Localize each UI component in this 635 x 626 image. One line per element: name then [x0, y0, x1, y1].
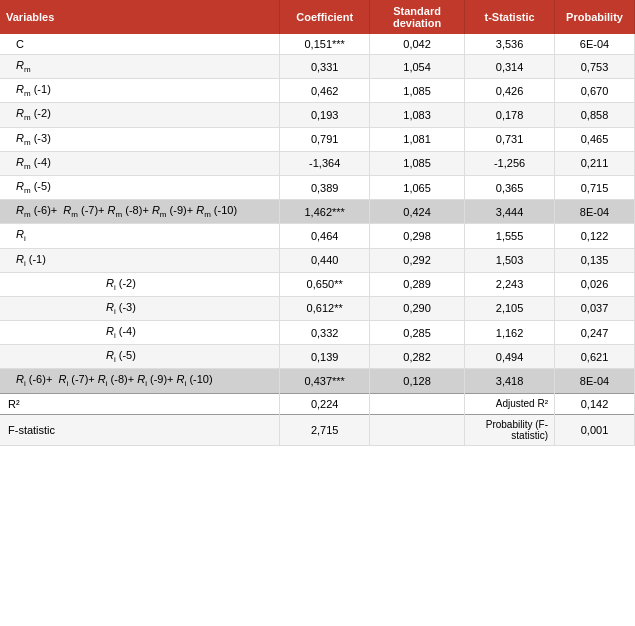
cell-variable: Ri (-6)+ Ri (-7)+ Ri (-8)+ Ri (-9)+ Ri (… — [0, 369, 280, 393]
cell-variable: Ri (-3) — [0, 296, 280, 320]
cell-coefficient: 0,464 — [280, 224, 370, 248]
header-std-dev: Standard deviation — [370, 0, 465, 34]
adj-r2-label: Adjusted R² — [465, 393, 555, 414]
r2-sd-empty — [370, 393, 465, 414]
cell-tstatistic: 0,314 — [465, 55, 555, 79]
table-row: Ri (-2)0,650**0,2892,2430,026 — [0, 272, 635, 296]
cell-variable: Ri (-2) — [0, 272, 280, 296]
table-row: Rm (-1)0,4621,0850,4260,670 — [0, 79, 635, 103]
cell-variable: Rm (-2) — [0, 103, 280, 127]
cell-probability: 0,715 — [555, 175, 635, 199]
cell-probability: 0,211 — [555, 151, 635, 175]
cell-coefficient: 0,791 — [280, 127, 370, 151]
cell-std-dev: 0,289 — [370, 272, 465, 296]
cell-tstatistic: -1,256 — [465, 151, 555, 175]
cell-probability: 0,670 — [555, 79, 635, 103]
footer-row-r2: R²0,224Adjusted R²0,142 — [0, 393, 635, 414]
cell-coefficient: 0,331 — [280, 55, 370, 79]
cell-tstatistic: 0,426 — [465, 79, 555, 103]
table-row: Rm (-4)-1,3641,085-1,2560,211 — [0, 151, 635, 175]
cell-coefficient: 1,462*** — [280, 200, 370, 224]
table-row: Rm (-2)0,1931,0830,1780,858 — [0, 103, 635, 127]
cell-std-dev: 0,290 — [370, 296, 465, 320]
cell-coefficient: 0,437*** — [280, 369, 370, 393]
cell-probability: 0,135 — [555, 248, 635, 272]
cell-probability: 0,858 — [555, 103, 635, 127]
cell-std-dev: 1,054 — [370, 55, 465, 79]
cell-tstatistic: 3,418 — [465, 369, 555, 393]
cell-coefficient: -1,364 — [280, 151, 370, 175]
cell-std-dev: 0,042 — [370, 34, 465, 55]
table-row: Ri (-3)0,612**0,2902,1050,037 — [0, 296, 635, 320]
cell-tstatistic: 0,365 — [465, 175, 555, 199]
cell-variable: Rm (-6)+ Rm (-7)+ Rm (-8)+ Rm (-9)+ Rm (… — [0, 200, 280, 224]
cell-probability: 0,026 — [555, 272, 635, 296]
fstat-value: 2,715 — [280, 414, 370, 445]
header-coefficient: Coefficient — [280, 0, 370, 34]
cell-probability: 0,247 — [555, 321, 635, 345]
cell-variable: Rm — [0, 55, 280, 79]
table-row: Rm (-3)0,7911,0810,7310,465 — [0, 127, 635, 151]
prob-fstat-value: 0,001 — [555, 414, 635, 445]
cell-variable: Ri — [0, 224, 280, 248]
cell-coefficient: 0,332 — [280, 321, 370, 345]
cell-coefficient: 0,650** — [280, 272, 370, 296]
cell-coefficient: 0,440 — [280, 248, 370, 272]
cell-coefficient: 0,139 — [280, 345, 370, 369]
cell-std-dev: 0,298 — [370, 224, 465, 248]
cell-std-dev: 0,424 — [370, 200, 465, 224]
cell-probability: 0,037 — [555, 296, 635, 320]
cell-tstatistic: 0,494 — [465, 345, 555, 369]
cell-variable: Ri (-4) — [0, 321, 280, 345]
cell-std-dev: 1,085 — [370, 151, 465, 175]
table-row: Ri (-6)+ Ri (-7)+ Ri (-8)+ Ri (-9)+ Ri (… — [0, 369, 635, 393]
cell-probability: 6E-04 — [555, 34, 635, 55]
cell-variable: C — [0, 34, 280, 55]
header-std-dev-line1: Standard — [393, 5, 441, 17]
cell-coefficient: 0,612** — [280, 296, 370, 320]
cell-probability: 0,465 — [555, 127, 635, 151]
cell-tstatistic: 1,162 — [465, 321, 555, 345]
cell-std-dev: 0,282 — [370, 345, 465, 369]
cell-tstatistic: 0,178 — [465, 103, 555, 127]
table-row: Ri (-4)0,3320,2851,1620,247 — [0, 321, 635, 345]
table-row: Rm (-5)0,3891,0650,3650,715 — [0, 175, 635, 199]
table-row: Ri (-5)0,1390,2820,4940,621 — [0, 345, 635, 369]
cell-coefficient: 0,193 — [280, 103, 370, 127]
cell-coefficient: 0,462 — [280, 79, 370, 103]
cell-std-dev: 1,065 — [370, 175, 465, 199]
cell-tstatistic: 0,731 — [465, 127, 555, 151]
cell-probability: 0,753 — [555, 55, 635, 79]
cell-tstatistic: 2,105 — [465, 296, 555, 320]
cell-std-dev: 1,085 — [370, 79, 465, 103]
cell-std-dev: 0,292 — [370, 248, 465, 272]
cell-variable: Rm (-4) — [0, 151, 280, 175]
cell-tstatistic: 1,503 — [465, 248, 555, 272]
cell-variable: Rm (-5) — [0, 175, 280, 199]
cell-probability: 8E-04 — [555, 200, 635, 224]
header-std-dev-line2: deviation — [393, 17, 441, 29]
cell-coefficient: 0,389 — [280, 175, 370, 199]
header-variables: Variables — [0, 0, 280, 34]
table-row: Rm0,3311,0540,3140,753 — [0, 55, 635, 79]
adj-r2-value: 0,142 — [555, 393, 635, 414]
header-tstatistic: t-Statistic — [465, 0, 555, 34]
table-row: Ri (-1)0,4400,2921,5030,135 — [0, 248, 635, 272]
cell-std-dev: 1,081 — [370, 127, 465, 151]
cell-std-dev: 0,285 — [370, 321, 465, 345]
r2-label: R² — [0, 393, 280, 414]
prob-fstat-label: Probability (F-statistic) — [465, 414, 555, 445]
table-row: Ri0,4640,2981,5550,122 — [0, 224, 635, 248]
table-row: C0,151***0,0423,5366E-04 — [0, 34, 635, 55]
cell-std-dev: 0,128 — [370, 369, 465, 393]
r2-value: 0,224 — [280, 393, 370, 414]
cell-tstatistic: 2,243 — [465, 272, 555, 296]
cell-probability: 0,122 — [555, 224, 635, 248]
cell-coefficient: 0,151*** — [280, 34, 370, 55]
cell-tstatistic: 3,536 — [465, 34, 555, 55]
cell-tstatistic: 3,444 — [465, 200, 555, 224]
fstat-label: F-statistic — [0, 414, 280, 445]
table-row: Rm (-6)+ Rm (-7)+ Rm (-8)+ Rm (-9)+ Rm (… — [0, 200, 635, 224]
cell-probability: 8E-04 — [555, 369, 635, 393]
cell-variable: Rm (-1) — [0, 79, 280, 103]
